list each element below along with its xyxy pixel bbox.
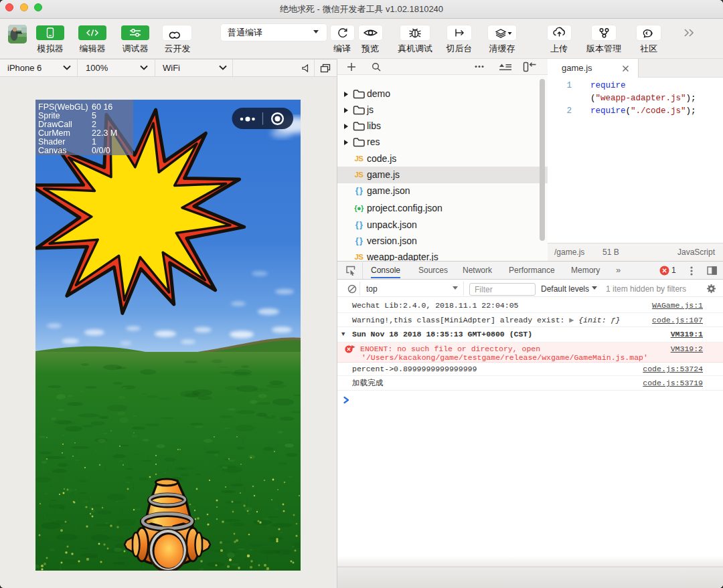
svg-text:Shader: Shader	[38, 137, 65, 146]
svg-text:22.3 M: 22.3 M	[92, 128, 117, 138]
svg-text:CurMem: CurMem	[38, 128, 70, 138]
svg-text:1: 1	[92, 137, 96, 146]
svg-text:FPS(WebGL): FPS(WebGL)	[38, 102, 88, 112]
svg-text:DrawCall: DrawCall	[38, 120, 72, 129]
svg-text:0/0/0: 0/0/0	[92, 146, 110, 155]
svg-text:Sprite: Sprite	[38, 111, 60, 120]
svg-text:2: 2	[92, 120, 96, 129]
svg-text:Canvas: Canvas	[38, 146, 66, 155]
svg-text:60 16: 60 16	[92, 102, 112, 112]
svg-text:5: 5	[92, 111, 96, 120]
